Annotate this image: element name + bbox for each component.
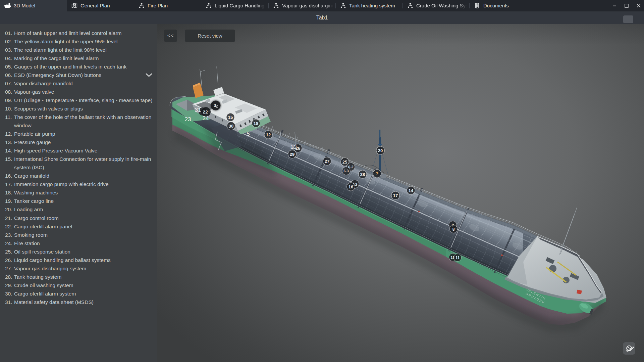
svg-text:20: 20 (378, 148, 383, 153)
svg-text:22: 22 (203, 109, 208, 115)
svg-text:19: 19 (290, 144, 297, 150)
svg-text:14: 14 (409, 188, 414, 193)
svg-text:28: 28 (360, 172, 365, 177)
svg-text:24: 24 (203, 115, 209, 122)
svg-text:7: 7 (376, 171, 378, 176)
svg-text:25: 25 (342, 160, 347, 165)
svg-text:23: 23 (185, 116, 191, 123)
svg-text:31: 31 (195, 107, 201, 113)
svg-text:15: 15 (228, 115, 233, 120)
svg-text:29: 29 (290, 152, 294, 157)
svg-text:5: 5 (247, 131, 250, 137)
svg-text:27: 27 (325, 159, 329, 164)
svg-text:6.3: 6.3 (343, 169, 348, 173)
svg-text:8: 8 (452, 227, 455, 232)
svg-text:17: 17 (393, 193, 398, 198)
svg-text:18: 18 (254, 121, 258, 126)
svg-text:30: 30 (229, 124, 233, 129)
svg-text:11: 11 (455, 256, 460, 260)
svg-text:2: 2 (215, 104, 218, 109)
svg-text:12: 12 (266, 132, 271, 137)
svg-text:16: 16 (348, 184, 353, 189)
